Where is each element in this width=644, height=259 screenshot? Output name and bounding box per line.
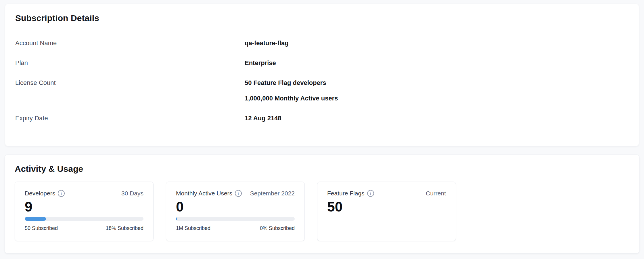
subscribed-percent-label: 0% Subscribed — [260, 225, 295, 231]
stat-title-wrap: Developers i — [25, 189, 65, 197]
info-icon[interactable]: i — [58, 190, 65, 197]
plan-value: Enterprise — [245, 58, 629, 68]
detail-values: Enterprise — [245, 58, 629, 68]
subscription-detail-rows: Account Name qa-feature-flag Plan Enterp… — [15, 38, 629, 123]
stat-title: Developers — [25, 189, 55, 197]
stat-footer: 50 Subscribed 18% Subscribed — [25, 225, 143, 231]
detail-values: qa-feature-flag — [245, 38, 629, 48]
detail-label: Plan — [15, 58, 245, 68]
stat-title-wrap: Monthly Active Users i — [176, 189, 242, 197]
subscription-details-card: Subscription Details Account Name qa-fea… — [5, 4, 639, 146]
developers-count: 9 — [25, 199, 143, 215]
subscribed-percent-label: 18% Subscribed — [106, 225, 143, 231]
stat-footer: 1M Subscribed 0% Subscribed — [176, 225, 295, 231]
info-icon[interactable]: i — [367, 190, 374, 197]
feature-flags-count: 50 — [327, 199, 446, 215]
license-developers-value: 50 Feature Flag developers — [245, 78, 629, 87]
detail-label: License Count — [15, 78, 245, 87]
subscribed-total-label: 50 Subscribed — [25, 225, 58, 231]
developers-progress-track — [25, 217, 143, 221]
stat-period: Current — [426, 189, 446, 197]
subscribed-total-label: 1M Subscribed — [176, 225, 210, 231]
detail-label: Account Name — [15, 38, 245, 48]
stat-card-developers: Developers i 30 Days 9 50 Subscribed 18%… — [15, 182, 154, 241]
account-name-value: qa-feature-flag — [245, 38, 629, 48]
mau-progress-track — [176, 217, 295, 221]
activity-usage-title: Activity & Usage — [15, 163, 629, 175]
stat-header: Developers i 30 Days — [25, 189, 143, 197]
stat-title: Monthly Active Users — [176, 189, 232, 197]
stat-header: Feature Flags i Current — [327, 189, 446, 197]
detail-row-account-name: Account Name qa-feature-flag — [15, 38, 629, 48]
info-icon-glyph: i — [238, 191, 239, 196]
detail-row-expiry-date: Expiry Date 12 Aug 2148 — [15, 113, 629, 123]
stat-period: September 2022 — [250, 189, 295, 197]
mau-progress-fill — [176, 217, 177, 221]
detail-row-license-count: License Count 50 Feature Flag developers… — [15, 78, 629, 103]
stat-card-monthly-active-users: Monthly Active Users i September 2022 0 … — [166, 182, 305, 241]
detail-values: 12 Aug 2148 — [245, 113, 629, 123]
detail-row-plan: Plan Enterprise — [15, 58, 629, 68]
detail-label: Expiry Date — [15, 113, 245, 123]
stat-card-feature-flags: Feature Flags i Current 50 — [317, 182, 456, 241]
stat-period: 30 Days — [121, 189, 143, 197]
info-icon-glyph: i — [370, 191, 371, 196]
mau-count: 0 — [176, 199, 295, 215]
expiry-date-value: 12 Aug 2148 — [245, 113, 629, 123]
stat-cards-row: Developers i 30 Days 9 50 Subscribed 18%… — [15, 182, 629, 241]
detail-values: 50 Feature Flag developers 1,000,000 Mon… — [245, 78, 629, 103]
info-icon-glyph: i — [61, 191, 62, 196]
info-icon[interactable]: i — [235, 190, 242, 197]
stat-title: Feature Flags — [327, 189, 365, 197]
license-mau-value: 1,000,000 Monthly Active users — [245, 94, 629, 103]
activity-usage-card: Activity & Usage Developers i 30 Days 9 … — [5, 155, 639, 254]
stat-title-wrap: Feature Flags i — [327, 189, 374, 197]
subscription-details-title: Subscription Details — [15, 12, 629, 24]
developers-progress-fill — [25, 217, 46, 221]
stat-header: Monthly Active Users i September 2022 — [176, 189, 295, 197]
